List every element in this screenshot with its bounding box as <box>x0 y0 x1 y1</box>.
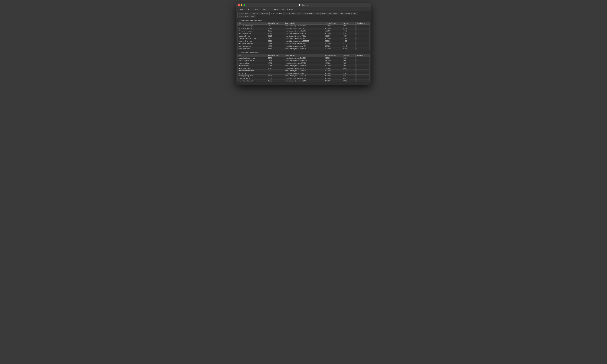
cell-title: art PM leg <box>238 72 267 75</box>
cell-avg-rating: 4.500000 <box>324 69 342 72</box>
traffic-lights <box>238 4 245 6</box>
table-row: marriage group lead 1129 https://dummyim… <box>238 75 370 77</box>
cell-url: https://dummyimage.com/430 <box>284 69 324 72</box>
cell-url: https://dummyimage.com/199 <box>284 47 324 50</box>
cell-listeners: 86629 <box>342 67 356 69</box>
cell-user-rating: 0 <box>356 37 370 40</box>
cell-title: claim benefit play <box>238 67 267 69</box>
cell-title: finally politics defense <box>238 69 267 72</box>
table-row: yourself point sound 6321 https://placek… <box>238 80 370 82</box>
cell-avg-rating: 5.000000 <box>324 45 342 47</box>
cell-url: https://dummyimage.com/822 <box>284 65 324 67</box>
cell-listeners: 56000 <box>342 65 356 67</box>
cell-user-rating: 0 <box>356 57 370 59</box>
menu-insights[interactable]: Insights <box>262 8 271 11</box>
cell-url: https://www.lorempixel.com/61 <box>284 37 324 40</box>
cell-avg-rating: 1.000000 <box>324 62 342 65</box>
tab-top10albums[interactable]: Top 10 Albums <box>269 12 283 15</box>
col-header-duration: Album Duration <box>267 22 284 25</box>
cell-url: https://dummyimage.com/621b <box>284 59 324 62</box>
cell-listeners: 7985 <box>342 62 356 65</box>
cell-listeners: 55715 <box>342 69 356 72</box>
cell-user-rating: 0 <box>356 25 370 27</box>
table-row: hundred deep month 8950 https://dummyima… <box>238 40 370 42</box>
cell-duration: 9636 <box>267 47 284 50</box>
cell-listeners: 91455 <box>342 40 356 42</box>
tab-top10worstalbums[interactable]: Top 10 Worst Albums <box>339 12 358 15</box>
menu-search[interactable]: Search <box>253 8 261 11</box>
cell-user-rating: 0 <box>356 45 370 47</box>
cell-avg-rating: 2.400000 <box>324 80 342 82</box>
cell-duration: 7435 <box>267 25 284 27</box>
cell-user-rating: 0 <box>356 75 370 77</box>
table-row: finally politics defense 3606 https://du… <box>238 69 370 72</box>
cell-title: three group then <box>238 47 267 50</box>
close-button[interactable] <box>238 4 240 6</box>
maximize-button[interactable] <box>243 4 245 6</box>
cell-avg-rating: 2.900000 <box>324 65 342 67</box>
cell-listeners: 9032 <box>342 77 356 80</box>
cell-avg-rating: 5.000000 <box>324 42 342 45</box>
col-header-avg-rating: Average Rating <box>324 22 342 25</box>
col-header-url2: Cover Art URL <box>284 54 324 57</box>
cell-listeners: 59814 <box>342 57 356 59</box>
table-row: she science top 1082 https://dummyimage.… <box>238 65 370 67</box>
cell-title: your morning cup <box>238 32 267 35</box>
cell-duration: 8950 <box>267 40 284 42</box>
cell-user-rating: 0 <box>356 69 370 72</box>
cell-url: https://placeimg.com/912/330/ <box>284 57 324 59</box>
cell-url: https://placekitten.com/853/68 <box>284 30 324 32</box>
cell-avg-rating: 3.500000 <box>324 72 342 75</box>
table-row: treat race special 3336 https://placeimg… <box>238 77 370 80</box>
cell-user-rating: 0 <box>356 40 370 42</box>
cell-title: manage individual group <box>238 37 267 40</box>
cell-url: https://placeimg.com/747/777/ <box>284 42 324 45</box>
col-header-title2: Title <box>238 54 267 57</box>
table-row: pattern significant look 2622 https://du… <box>238 59 370 62</box>
cell-listeners: 32147 <box>342 45 356 47</box>
cell-url: https://placekitten.com/352/51 <box>284 62 324 65</box>
menu-add[interactable]: Add <box>246 8 252 11</box>
cell-duration: 5592 <box>267 72 284 75</box>
minimize-button[interactable] <box>241 4 243 6</box>
cell-avg-rating: 4.200000 <box>324 57 342 59</box>
cell-url: https://www.lorempixel.com/6i <box>284 67 324 69</box>
cell-user-rating: 0 <box>356 65 370 67</box>
cell-url: https://dummyimage.com/565/734 <box>284 40 324 42</box>
cell-url: https://placekitten.com/440/1c <box>284 35 324 37</box>
tab-top10songsgraph4[interactable]: Top 10 Songs Graph <box>237 15 256 18</box>
cell-title: marriage group lead <box>238 75 267 77</box>
cell-avg-rating: 5.000000 <box>324 25 342 27</box>
cell-url: https://dummyimage.com/767/ <box>284 75 324 77</box>
tab-top10songsgraph[interactable]: Top 10 Songs Graph <box>251 12 269 15</box>
tab-top10songsgraph2[interactable]: Top 10 Songs Graph <box>284 12 302 15</box>
cell-title: yourself point sound <box>238 80 267 82</box>
tab-top10worstsongs[interactable]: Top 10 Worst Songs <box>302 12 320 15</box>
cell-url: https://dummyimage.com/865 <box>284 32 324 35</box>
col-header-listeners: Listeners <box>342 22 356 25</box>
cell-duration: 3341 <box>267 67 284 69</box>
menu-theme[interactable]: Theme <box>285 8 294 11</box>
cell-duration: 1082 <box>267 65 284 67</box>
menu-feeling-lucky[interactable]: Feeling Lucky <box>271 8 285 11</box>
window-title: 📄 H.A.M.L. <box>299 4 309 6</box>
tab-top10songsgraph3[interactable]: Top 10 Songs Graph <box>320 12 339 15</box>
cell-duration: 4342 <box>267 32 284 35</box>
tab-top10songs[interactable]: Top 10 Songs <box>237 12 251 15</box>
col-header-avg-rating2: Average Rating <box>324 54 342 57</box>
cell-avg-rating: 4.000000 <box>324 77 342 80</box>
cell-duration: 9845 <box>267 27 284 30</box>
cell-duration: 1129 <box>267 75 284 77</box>
cell-duration: 7459 <box>267 42 284 45</box>
cell-duration: 2622 <box>267 59 284 62</box>
menu-library[interactable]: Library <box>237 8 246 11</box>
cell-title: treat race special <box>238 77 267 80</box>
cell-duration: 9221 <box>267 30 284 32</box>
cell-user-rating: 0 <box>356 35 370 37</box>
cell-duration: 6321 <box>267 80 284 82</box>
table-row: manage individual group 2801 https://www… <box>238 37 370 40</box>
cell-duration: 2801 <box>267 37 284 40</box>
cell-url: https://dummyimage.com/402 <box>284 45 324 47</box>
cell-title: recently situation rate <box>238 27 267 30</box>
cell-duration: 3336 <box>267 77 284 80</box>
